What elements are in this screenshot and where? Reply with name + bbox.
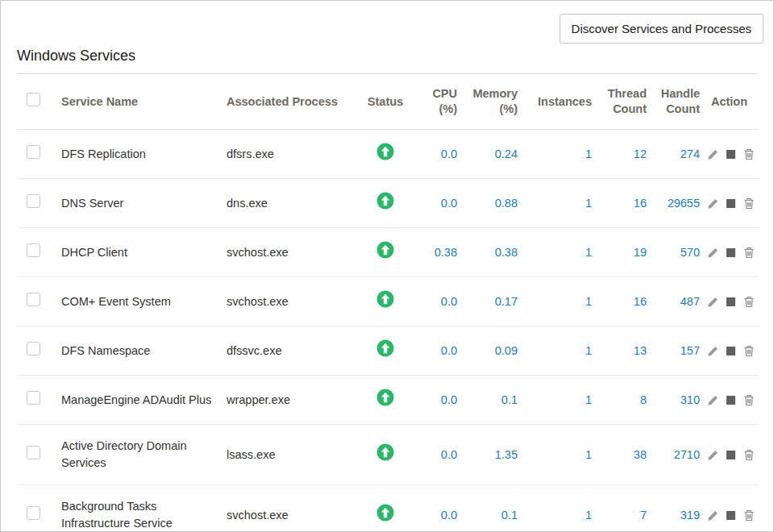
thread-count-value[interactable]: 19 — [634, 246, 647, 259]
instances-value[interactable]: 1 — [585, 344, 592, 357]
trash-icon[interactable] — [743, 148, 755, 160]
handle-count-value[interactable]: 29655 — [668, 197, 700, 210]
page-title: Windows Services — [17, 48, 757, 64]
cpu-value[interactable]: 0.0 — [441, 393, 457, 406]
associated-process: dfssvc.exe — [227, 326, 364, 376]
instances-value[interactable]: 1 — [585, 295, 592, 308]
memory-value[interactable]: 1.35 — [495, 448, 518, 461]
cpu-value[interactable]: 0.38 — [435, 246, 457, 259]
trash-icon[interactable] — [743, 345, 755, 357]
instances-value[interactable]: 1 — [585, 148, 592, 160]
stop-square-icon[interactable] — [726, 297, 735, 306]
thread-count-value[interactable]: 7 — [640, 509, 647, 522]
top-bar: Discover Services and Processes — [1, 1, 773, 48]
col-header-service-name: Service Name — [61, 74, 227, 130]
trash-icon[interactable] — [743, 394, 755, 406]
edit-pencil-icon[interactable] — [707, 395, 718, 406]
status-up-icon — [377, 339, 394, 357]
row-checkbox[interactable] — [27, 342, 40, 355]
cpu-value[interactable]: 0.0 — [441, 509, 457, 522]
col-header-instances: Instances — [522, 74, 597, 130]
memory-value[interactable]: 0.88 — [495, 197, 518, 210]
trash-icon[interactable] — [743, 449, 755, 461]
col-header-associated-process: Associated Process — [227, 74, 364, 130]
edit-pencil-icon[interactable] — [707, 297, 718, 308]
memory-value[interactable]: 0.09 — [495, 344, 518, 357]
edit-pencil-icon[interactable] — [707, 247, 718, 259]
cpu-value[interactable]: 0.0 — [441, 197, 457, 210]
instances-value[interactable]: 1 — [585, 448, 592, 461]
status-up-icon — [377, 290, 394, 308]
stop-square-icon[interactable] — [726, 199, 735, 208]
edit-pencil-icon[interactable] — [707, 346, 718, 357]
handle-count-value[interactable]: 274 — [680, 148, 700, 160]
edit-pencil-icon[interactable] — [707, 510, 718, 522]
thread-count-value[interactable]: 12 — [634, 148, 647, 160]
handle-count-value[interactable]: 157 — [680, 344, 700, 357]
status-up-icon — [377, 192, 394, 210]
table-row: Active Directory Domain Services lsass.e… — [17, 425, 759, 485]
cpu-value[interactable]: 0.0 — [441, 148, 457, 160]
row-checkbox[interactable] — [27, 194, 40, 208]
memory-value[interactable]: 0.1 — [501, 509, 518, 522]
memory-value[interactable]: 0.17 — [495, 295, 518, 308]
table-row: DHCP Client svchost.exe 0.38 0.38 1 19 5… — [17, 228, 759, 277]
service-name: Background Tasks Infrastructure Service — [61, 485, 227, 532]
handle-count-value[interactable]: 310 — [680, 393, 700, 406]
service-name: DNS Server — [61, 179, 227, 228]
stop-square-icon[interactable] — [726, 347, 735, 355]
handle-count-value[interactable]: 319 — [680, 509, 700, 522]
associated-process: dfsrs.exe — [227, 130, 364, 179]
stop-square-icon[interactable] — [726, 396, 735, 405]
thread-count-value[interactable]: 13 — [634, 344, 647, 357]
edit-pencil-icon[interactable] — [707, 198, 718, 210]
table-row: DFS Namespace dfssvc.exe 0.0 0.09 1 13 1… — [17, 326, 759, 376]
table-row: Background Tasks Infrastructure Service … — [17, 485, 759, 532]
select-all-checkbox[interactable] — [27, 93, 40, 106]
stop-square-icon[interactable] — [726, 451, 735, 459]
col-header-status: Status — [364, 74, 412, 130]
associated-process: svchost.exe — [227, 277, 364, 326]
discover-services-button[interactable]: Discover Services and Processes — [560, 14, 764, 44]
memory-value[interactable]: 0.38 — [495, 246, 518, 259]
row-checkbox[interactable] — [27, 506, 40, 520]
row-checkbox[interactable] — [27, 391, 40, 405]
row-checkbox[interactable] — [27, 145, 40, 159]
status-up-icon — [377, 389, 394, 406]
row-checkbox[interactable] — [27, 243, 40, 257]
instances-value[interactable]: 1 — [585, 393, 592, 406]
thread-count-value[interactable]: 38 — [634, 448, 647, 461]
trash-icon[interactable] — [743, 296, 755, 308]
row-checkbox[interactable] — [27, 446, 40, 459]
memory-value[interactable]: 0.24 — [495, 148, 518, 160]
handle-count-value[interactable]: 487 — [680, 295, 700, 308]
thread-count-value[interactable]: 16 — [634, 295, 647, 308]
instances-value[interactable]: 1 — [585, 197, 592, 210]
cpu-value[interactable]: 0.0 — [441, 344, 457, 357]
stop-square-icon[interactable] — [726, 511, 735, 520]
table-row: DFS Replication dfsrs.exe 0.0 0.24 1 12 … — [17, 130, 759, 179]
cpu-value[interactable]: 0.0 — [441, 448, 457, 461]
col-header-handle-count: Handle Count — [651, 74, 705, 130]
memory-value[interactable]: 0.1 — [501, 393, 518, 406]
edit-pencil-icon[interactable] — [707, 149, 718, 160]
thread-count-value[interactable]: 16 — [634, 197, 647, 210]
instances-value[interactable]: 1 — [585, 509, 592, 522]
stop-square-icon[interactable] — [726, 248, 735, 257]
associated-process: wrapper.exe — [227, 376, 364, 425]
status-up-icon — [377, 143, 394, 160]
trash-icon[interactable] — [743, 197, 755, 210]
instances-value[interactable]: 1 — [585, 246, 592, 259]
thread-count-value[interactable]: 8 — [640, 393, 647, 406]
trash-icon[interactable] — [743, 509, 755, 522]
handle-count-value[interactable]: 2710 — [674, 448, 700, 461]
table-row: COM+ Event System svchost.exe 0.0 0.17 1… — [17, 277, 759, 326]
stop-square-icon[interactable] — [726, 150, 735, 159]
trash-icon[interactable] — [743, 247, 755, 259]
edit-pencil-icon[interactable] — [707, 450, 718, 461]
handle-count-value[interactable]: 570 — [680, 246, 700, 259]
status-up-icon — [377, 443, 394, 461]
cpu-value[interactable]: 0.0 — [441, 295, 457, 308]
row-checkbox[interactable] — [27, 293, 40, 306]
status-up-icon — [377, 241, 394, 259]
